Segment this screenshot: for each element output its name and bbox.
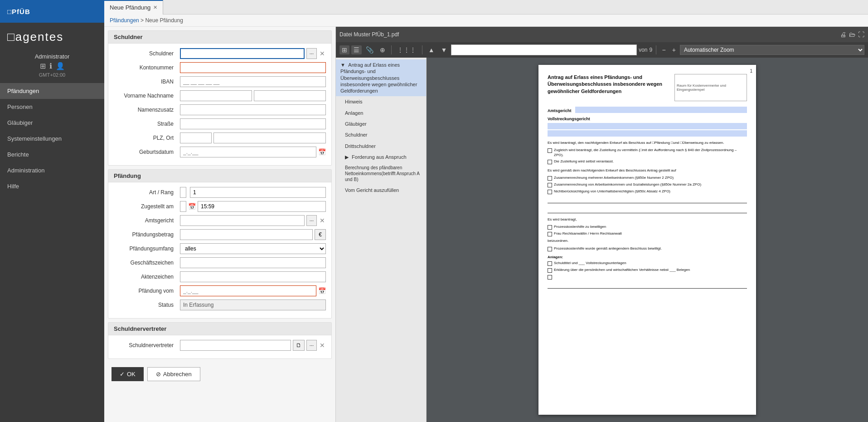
pdf-checkbox3-text: Zusammenrechnung mehrerer Arbeitseinkomm… (554, 176, 674, 180)
namenszusatz-input[interactable] (180, 104, 326, 115)
pdf-total-pages: 9 (649, 47, 652, 53)
info-icon[interactable]: ℹ (49, 62, 52, 70)
aktenzeichen-input[interactable] (180, 271, 326, 282)
form-panel: Schuldner Schuldner ··· ✕ Kontonummer (104, 27, 335, 422)
outline-item-glaeubiger[interactable]: Gläubiger (336, 118, 426, 129)
outline-item-forderung[interactable]: ▶ Forderung aus Anspruch (336, 152, 426, 162)
outline-item-hinweis[interactable]: Hinweis (336, 96, 426, 107)
iban-label: IBAN (114, 79, 177, 85)
art-rang-input[interactable] (180, 187, 186, 198)
status-field (180, 299, 326, 310)
pfaendung-vom-calendar-icon[interactable]: 📅 (318, 287, 326, 294)
breadcrumb-separator: > (141, 17, 145, 24)
pfaendung-section-body: Art / Rang Zugestellt am 📅 (108, 182, 331, 318)
pdf-zoom-out-button[interactable]: − (660, 45, 668, 54)
schuldnervertreter-file-button[interactable]: 🗋 (293, 340, 305, 351)
grid-icon[interactable]: ⊞ (40, 62, 46, 70)
pdf-attachments-button[interactable]: 📎 (364, 45, 376, 54)
outline-item-main[interactable]: ▼ Antrag auf Erlass eines Pfändungs- und… (336, 59, 426, 96)
amtsgericht-input[interactable] (180, 215, 305, 226)
geburtsdatum-input[interactable] (180, 147, 316, 157)
zugestellt-am-date-input[interactable] (180, 201, 186, 212)
pfaendungsumfang-row: Pfändungsumfang alles (114, 243, 326, 254)
schuldner-browse-button[interactable]: ··· (306, 48, 317, 59)
pdf-next-button[interactable]: ▼ (439, 45, 450, 54)
kontonummer-row: Kontonummer (114, 62, 326, 73)
pdf-stamp-box: Raum für Kostenvermerke und Eingangsstem… (674, 74, 747, 101)
amtsgericht-clear-button[interactable]: ✕ (319, 217, 326, 224)
kontonummer-input[interactable] (180, 62, 326, 73)
pdf-thumbnails-button[interactable]: ⊞ (339, 45, 349, 54)
iban-field (180, 76, 326, 87)
pfaendungsumfang-select[interactable]: alles (180, 243, 326, 254)
sidebar: □PfÜB □agentes Administrator ⊞ ℹ 👤 GMT+0… (0, 0, 104, 422)
sidebar-item-berichte[interactable]: Berichte (0, 147, 104, 162)
pdf-find-button[interactable]: ⋮⋮⋮ (395, 45, 418, 54)
sidebar-item-glaeubiger[interactable]: Gläubiger (0, 115, 104, 131)
iban-input[interactable] (180, 76, 326, 87)
pfaendungsbetrag-input[interactable] (180, 229, 313, 240)
sidebar-item-hilfe[interactable]: Hilfe (0, 178, 104, 194)
rang-input[interactable] (190, 187, 326, 198)
sidebar-item-administration[interactable]: Administration (0, 162, 104, 178)
pfaendung-section: Pfändung Art / Rang Zugestellt am (108, 169, 332, 319)
user-icon[interactable]: 👤 (56, 62, 65, 70)
tab-neue-pfaendung[interactable]: Neue Pfändung ✕ (104, 0, 163, 15)
pdf-zoom-in-button[interactable]: + (670, 45, 678, 54)
pdf-zoom-select[interactable]: Automatischer Zoom 50% 75% 100% 125% 150… (680, 45, 864, 55)
outline-toggle-forderung: ▶ (345, 154, 349, 160)
schuldner-clear-button[interactable]: ✕ (319, 50, 326, 57)
pdf-content[interactable]: 1 Antrag auf Erlass eines Pfändungs- und… (427, 58, 868, 422)
schuldnervertreter-label: Schuldnervertreter (114, 342, 177, 348)
geschaeftszeichen-row: Geschäftszeichen (114, 257, 326, 268)
pdf-outline-button[interactable]: ☰ (351, 45, 362, 54)
pdf-print-button[interactable]: 🖨 (840, 31, 846, 38)
sidebar-item-systemeinstellungen[interactable]: Systemeinstellungen (0, 131, 104, 147)
outline-item-drittschuldner[interactable]: Drittschuldner (336, 141, 426, 152)
schuldner-input[interactable] (180, 48, 305, 59)
sidebar-logo: □PfÜB (0, 0, 104, 23)
geschaeftszeichen-input[interactable] (180, 257, 326, 268)
schuldnervertreter-clear-button[interactable]: ✕ (319, 342, 326, 349)
pdf-folder-button[interactable]: 🗁 (849, 31, 855, 38)
pfaendung-vom-input[interactable] (180, 285, 316, 296)
vorname-input[interactable] (180, 90, 252, 101)
pdf-page-input[interactable] (451, 44, 637, 55)
amtsgericht-browse-button[interactable]: ··· (306, 215, 317, 226)
schuldnervertreter-section: Schuldnervertreter Schuldnervertreter 🗋 … (108, 322, 332, 359)
schuldner-field: ··· ✕ (180, 48, 326, 59)
geburtsdatum-calendar-icon[interactable]: 📅 (318, 148, 326, 156)
status-input (180, 299, 326, 310)
cancel-icon: ⊘ (156, 371, 161, 378)
schuldnervertreter-browse-button[interactable]: ··· (306, 340, 317, 351)
vorname-label: Vorname Nachname (114, 93, 177, 99)
ort-input[interactable] (213, 132, 326, 143)
amtsgericht-label: Amtsgericht (114, 217, 177, 224)
zugestellt-am-calendar-icon[interactable]: 📅 (188, 203, 196, 210)
pfaendung-vom-row: Pfändung vom 📅 (114, 285, 326, 296)
nachname-input[interactable] (254, 90, 326, 101)
plz-input[interactable] (180, 132, 212, 143)
plz-ort-field (180, 132, 326, 143)
outline-item-anlagen[interactable]: Anlagen (336, 108, 426, 118)
outline-item-schuldner[interactable]: Schuldner (336, 129, 426, 140)
breadcrumb-parent[interactable]: Pfändungen (110, 17, 139, 24)
outline-item-gericht[interactable]: Vom Gericht auszufüllen (336, 185, 426, 196)
outline-item-berechnung[interactable]: Berechnung des pfändbaren Nettoeinkommen… (336, 162, 426, 185)
sidebar-item-pfaendungen[interactable]: Pfändungen (0, 83, 104, 99)
sidebar-item-personen[interactable]: Personen (0, 99, 104, 115)
pdf-layers-button[interactable]: ⊕ (378, 45, 388, 54)
tab-close-button[interactable]: ✕ (153, 5, 157, 10)
zugestellt-am-time-input[interactable] (198, 201, 326, 212)
strasse-input[interactable] (180, 118, 326, 129)
ok-button[interactable]: ✓ OK (112, 367, 144, 381)
pdf-anlagen-line (548, 281, 747, 289)
pdf-fullscreen-button[interactable]: ⛶ (858, 31, 864, 38)
pdf-filename: Datei Muster PfÜb_1.pdf (339, 31, 399, 38)
pdf-check4 (548, 183, 552, 187)
cancel-button[interactable]: ⊘ Abbrechen (147, 367, 200, 381)
schuldnervertreter-input[interactable] (180, 340, 291, 351)
pdf-toolbar: ⊞ ☰ 📎 ⊕ ⋮⋮⋮ ▲ ▼ von 9 − + Automatischer … (336, 42, 868, 58)
zugestellt-am-field: 📅 (180, 201, 326, 212)
pdf-prev-button[interactable]: ▲ (426, 45, 437, 54)
